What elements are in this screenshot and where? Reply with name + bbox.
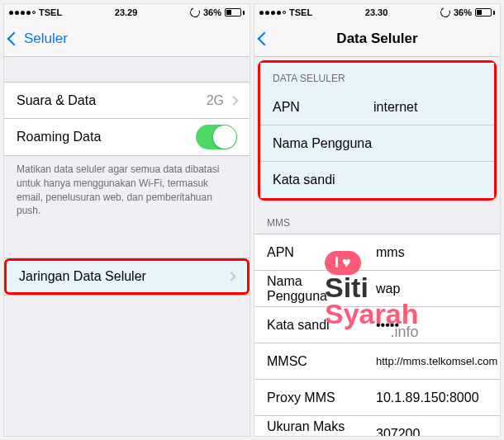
data-seluler-highlight: DATA SELULER APN internet Nama Pengguna … [258,60,497,201]
mms-apn-value[interactable]: mms [376,245,487,260]
battery-pct: 36% [203,7,221,17]
section-header: DATA SELULER [260,63,494,89]
nama-pengguna-row[interactable]: Nama Pengguna [260,125,494,162]
row-label: Suara & Data [17,93,96,108]
carrier-label: TSEL [39,7,62,17]
row-label: MMSC [267,354,366,369]
mms-user-value[interactable]: wap [376,282,487,296]
nav-title: Data Seluler [254,31,500,47]
row-label: Ukuran Maks MMS [267,419,366,436]
row-label: APN [273,100,364,115]
apn-value[interactable]: internet [373,100,482,115]
suara-data-row[interactable]: Suara & Data 2G [4,83,250,119]
chevron-right-icon [229,96,238,105]
row-label: Jaringan Data Seluler [19,269,146,284]
mms-apn-row[interactable]: APN mms [254,234,500,271]
clock: 23.29 [115,7,138,17]
battery-icon [225,8,245,17]
chevron-left-icon [7,31,21,45]
row-label: Kata sandi [267,318,366,333]
battery-icon [475,8,495,17]
carrier-label: TSEL [289,7,312,17]
chevron-right-icon [226,272,235,282]
mms-pass-value[interactable]: ••••• [376,318,487,333]
back-button[interactable] [254,34,274,44]
signal-dots-icon [259,11,286,15]
left-screenshot: TSEL 23.29 36% Seluler Suara & Data 2G R… [3,3,250,437]
nav-bar: Data Seluler [254,21,500,57]
section-header: MMS [254,204,500,234]
chevron-left-icon [258,31,272,45]
mms-pass-row[interactable]: Kata sandi ••••• [254,307,500,343]
mms-user-row[interactable]: Nama Pengguna wap [254,271,500,307]
nav-bar: Seluler [4,21,250,57]
row-label: Proxy MMS [267,390,366,405]
max-size-row[interactable]: Ukuran Maks MMS 307200 [254,416,500,436]
sync-icon [439,6,451,18]
row-label: APN [267,245,366,260]
right-screenshot: TSEL 23.30 36% Data Seluler DATA SELULER… [254,3,501,437]
sync-icon [188,6,201,18]
back-label: Seluler [24,31,68,47]
jaringan-data-seluler-row[interactable]: Jaringan Data Seluler [4,258,250,295]
row-label: Nama Pengguna [267,274,366,304]
kata-sandi-row[interactable]: Kata sandi [260,162,494,198]
mmsc-value[interactable]: http://mms.telkomsel.com [376,355,497,367]
status-bar: TSEL 23.29 36% [4,4,250,21]
battery-pct: 36% [454,7,472,17]
apn-row[interactable]: APN internet [260,89,494,125]
clock: 23.30 [365,7,388,17]
signal-dots-icon [9,11,36,15]
row-label: Nama Pengguna [273,136,372,151]
row-value: 2G [207,93,224,108]
roaming-row[interactable]: Roaming Data [4,119,250,155]
row-label: Roaming Data [17,130,101,144]
footer-help-text: Matikan data seluler agar semua data dib… [4,156,250,225]
mmsc-row[interactable]: MMSC http://mms.telkomsel.com [254,343,500,380]
proxy-value[interactable]: 10.1.89.150:8000 [376,390,487,405]
proxy-row[interactable]: Proxy MMS 10.1.89.150:8000 [254,380,500,416]
row-label: Kata sandi [273,173,335,187]
max-value[interactable]: 307200 [376,427,487,436]
back-button[interactable]: Seluler [4,31,68,47]
status-bar: TSEL 23.30 36% [254,4,500,21]
roaming-toggle[interactable] [196,125,237,149]
